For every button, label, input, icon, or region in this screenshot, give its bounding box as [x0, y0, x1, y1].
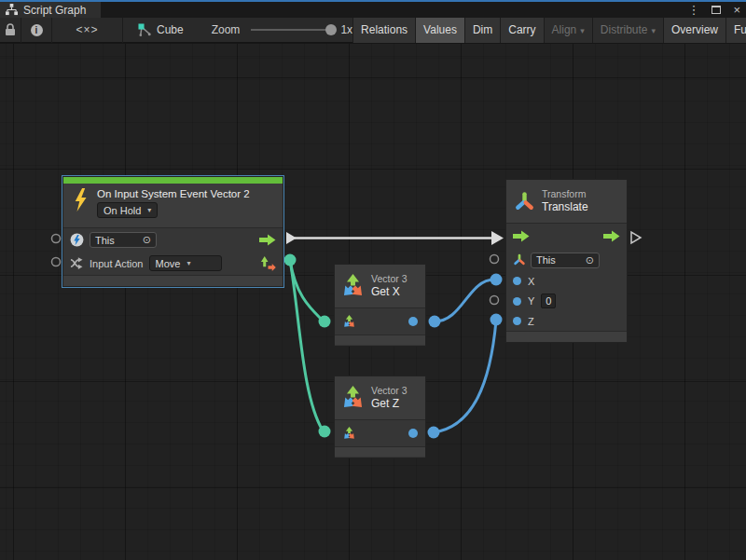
- node-title: Translate: [542, 200, 588, 214]
- tab-title: Script Graph: [23, 4, 86, 17]
- relations-button[interactable]: Relations: [352, 18, 415, 43]
- node-footer: [335, 335, 425, 345]
- object-picker-icon[interactable]: ⊙: [586, 255, 594, 266]
- transform-mini-icon: [513, 253, 526, 266]
- get-x-header: Vector 3 Get X: [335, 265, 425, 308]
- get-z-port-row: [335, 420, 425, 446]
- edit-script-button[interactable]: <×>: [52, 18, 122, 43]
- lock-icon: [5, 23, 16, 36]
- chevron-down-icon: ▾: [147, 206, 151, 214]
- control-output-arrow-icon[interactable]: [603, 230, 620, 242]
- node-footer: [335, 446, 425, 457]
- input-action-icon: [70, 256, 84, 270]
- node-footer: [506, 331, 627, 342]
- window-menu-icon[interactable]: ⋮: [687, 2, 699, 18]
- dim-button[interactable]: Dim: [464, 18, 500, 43]
- hierarchy-icon: [6, 4, 18, 16]
- maximize-icon[interactable]: [711, 6, 721, 14]
- z-port-label: Z: [528, 316, 534, 327]
- inspect-button[interactable]: i: [21, 18, 51, 43]
- zoom-slider-handle[interactable]: [325, 24, 337, 35]
- graph-toolbar: i <×> Cube Zoom 1x Relations Values Dim …: [0, 18, 746, 43]
- value-output-port[interactable]: [408, 429, 418, 438]
- overview-button[interactable]: Overview: [663, 18, 725, 43]
- event-node-header: On Input System Event Vector 2 On Hold ▾: [63, 184, 283, 228]
- y-input-port[interactable]: [513, 297, 521, 306]
- input-action-dropdown[interactable]: Move ▾: [149, 255, 222, 271]
- vector3-input-icon[interactable]: [342, 315, 356, 329]
- translate-y-row: Y 0: [506, 291, 627, 311]
- vector2-output-icon[interactable]: [260, 255, 276, 271]
- zoom-slider[interactable]: [251, 29, 333, 31]
- toolbar-separator: [122, 18, 123, 43]
- code-icon: <×>: [76, 23, 98, 36]
- info-icon: i: [31, 24, 43, 36]
- object-picker-icon[interactable]: ⊙: [143, 235, 151, 245]
- script-graph-window: Script Graph ⋮ × i <×> Cube Zoom: [0, 0, 746, 560]
- event-accent-strip: [63, 177, 283, 184]
- zoom-control: Zoom 1x: [212, 23, 352, 36]
- event-target-field[interactable]: This ⊙: [90, 232, 157, 248]
- node-category: Vector 3: [371, 385, 408, 397]
- distribute-dropdown-button: Distribute▾: [592, 18, 663, 43]
- lightning-bolt-icon: [73, 188, 89, 212]
- vector3-icon: [340, 386, 366, 411]
- chevron-down-icon: ▾: [186, 259, 190, 267]
- node-get-x[interactable]: Vector 3 Get X: [334, 264, 426, 347]
- get-x-port-row: [335, 308, 425, 335]
- translate-target-field[interactable]: This ⊙: [531, 253, 600, 268]
- transform-icon: [514, 191, 535, 212]
- coroutine-mode-dropdown[interactable]: On Hold ▾: [97, 202, 158, 218]
- control-input-arrow-icon[interactable]: [513, 230, 530, 242]
- x-input-port[interactable]: [513, 277, 521, 285]
- node-category: Vector 3: [371, 273, 408, 285]
- translate-x-row: X: [506, 271, 627, 291]
- node-title: Get Z: [371, 397, 408, 411]
- node-footer: [63, 275, 283, 286]
- input-action-label: Input Action: [90, 258, 144, 269]
- carry-button[interactable]: Carry: [500, 18, 543, 43]
- node-get-z[interactable]: Vector 3 Get Z: [334, 376, 426, 458]
- gameobject-bolt-icon: [70, 233, 84, 247]
- tab-bar: Script Graph ⋮ ×: [0, 0, 746, 18]
- chevron-down-icon: ▾: [580, 26, 585, 35]
- chevron-down-icon: ▾: [651, 26, 656, 35]
- x-port-label: X: [528, 276, 534, 287]
- event-node-title: On Input System Event Vector 2: [97, 188, 250, 199]
- y-port-label: Y: [528, 295, 534, 307]
- zoom-label: Zoom: [212, 23, 241, 36]
- tab-script-graph[interactable]: Script Graph: [0, 2, 101, 18]
- close-icon[interactable]: ×: [733, 2, 740, 18]
- script-graph-asset-icon: [138, 23, 152, 37]
- event-target-row: This ⊙: [63, 228, 283, 252]
- y-value-input[interactable]: 0: [541, 294, 556, 308]
- lock-button[interactable]: [0, 18, 21, 43]
- zoom-value: 1x: [340, 23, 352, 36]
- z-input-port[interactable]: [513, 317, 521, 325]
- value-output-port[interactable]: [408, 317, 418, 326]
- node-title: Get X: [371, 285, 408, 299]
- graph-breadcrumb[interactable]: Cube: [138, 23, 184, 37]
- translate-header: Transform Translate: [506, 180, 627, 224]
- vector3-input-icon[interactable]: [342, 427, 356, 441]
- focused-window-indicator: [0, 0, 746, 2]
- graph-name: Cube: [157, 23, 184, 36]
- translate-z-row: Z: [506, 311, 627, 331]
- get-z-header: Vector 3 Get Z: [335, 376, 425, 420]
- translate-target-row: This ⊙: [506, 249, 627, 271]
- values-button[interactable]: Values: [415, 18, 464, 43]
- toolbar-toggle-group: Relations Values Dim Carry Align▾ Distri…: [352, 18, 746, 43]
- node-translate[interactable]: Transform Translate This ⊙ X Y 0 Z: [505, 179, 628, 343]
- control-output-arrow-icon[interactable]: [259, 234, 276, 246]
- translate-control-row: [506, 224, 627, 249]
- align-dropdown-button: Align▾: [544, 18, 592, 43]
- event-action-row: Input Action Move ▾: [63, 252, 283, 275]
- node-on-input-system-event[interactable]: On Input System Event Vector 2 On Hold ▾…: [62, 176, 283, 287]
- node-category: Transform: [542, 188, 588, 200]
- full-screen-button[interactable]: Full Screen: [725, 18, 746, 43]
- vector3-icon: [340, 274, 366, 299]
